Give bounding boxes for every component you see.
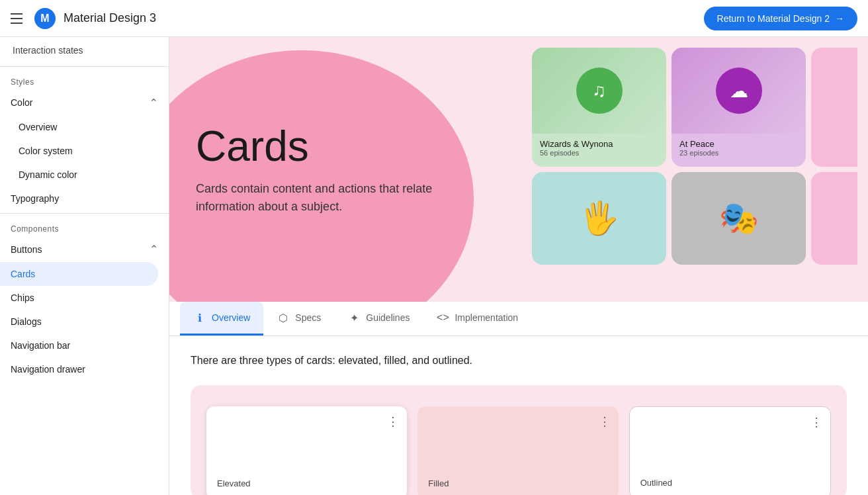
hero-card-1-label: Wizards & Wynona <box>540 139 658 149</box>
sidebar-item-typography[interactable]: Typography <box>0 187 169 210</box>
demo-card-elevated: ⋮ Elevated <box>206 406 407 495</box>
hamburger-menu-icon[interactable] <box>11 11 26 26</box>
sidebar-divider-2 <box>0 213 169 214</box>
chevron-up-icon: ⌄ <box>150 96 158 109</box>
specs-icon: ⬡ <box>277 311 290 324</box>
sidebar-item-navigation-drawer-label: Navigation drawer <box>11 364 85 375</box>
chevron-down-icon: ⌃ <box>150 243 158 255</box>
sidebar-item-navigation-bar-label: Navigation bar <box>11 340 70 351</box>
sidebar-item-chips-label: Chips <box>11 292 34 303</box>
content-body: There are three types of cards: elevated… <box>169 336 868 495</box>
demo-card-filled: ⋮ Filled <box>417 406 618 495</box>
return-button-label: Return to Material Design 2 <box>717 13 830 24</box>
demo-card-elevated-label: Elevated <box>217 439 396 488</box>
tab-guidelines-label: Guidelines <box>366 312 410 323</box>
topbar: M Material Design 3 Return to Material D… <box>0 0 868 37</box>
hero-title: Cards <box>196 123 500 169</box>
tab-specs[interactable]: ⬡ Specs <box>263 302 334 336</box>
tabs-bar: ℹ Overview ⬡ Specs ✦ Guidelines <> Imple… <box>169 302 868 336</box>
card-outlined-menu-icon[interactable]: ⋮ <box>810 415 822 429</box>
demo-card-filled-label: Filled <box>428 439 607 488</box>
sidebar-item-buttons[interactable]: Buttons ⌃ <box>0 236 169 262</box>
hero-card-1-sublabel: 56 episodes <box>540 149 658 157</box>
topbar-right: Return to Material Design 2 → <box>704 7 857 30</box>
sidebar-category-styles: Styles <box>0 69 169 89</box>
cards-demo-area: ⋮ Elevated ⋮ Filled ⋮ Outlined <box>191 385 847 495</box>
sidebar-item-color-label: Color <box>11 97 32 108</box>
sidebar-item-dialogs[interactable]: Dialogs <box>0 310 169 334</box>
sidebar-item-color[interactable]: Color ⌄ <box>0 89 169 115</box>
demo-card-outlined-label: Outlined <box>640 438 820 488</box>
sidebar-item-label: Interaction states <box>13 45 83 56</box>
topbar-title: Material Design 3 <box>64 11 156 25</box>
hero-card-3: 🖐 <box>532 172 666 265</box>
sidebar-divider-1 <box>0 66 169 67</box>
sidebar-item-chips[interactable]: Chips <box>0 286 169 310</box>
hero-card-2-label: At Peace <box>679 139 798 149</box>
return-arrow-icon: → <box>835 13 844 24</box>
tab-implementation-label: Implementation <box>455 312 518 323</box>
sidebar-category-components: Components <box>0 216 169 236</box>
implementation-icon: <> <box>436 311 449 324</box>
tab-overview-label: Overview <box>212 312 250 323</box>
guidelines-icon: ✦ <box>347 311 361 324</box>
card-filled-menu-icon[interactable]: ⋮ <box>599 414 611 429</box>
tab-specs-label: Specs <box>295 312 321 323</box>
material-logo: M <box>34 8 56 29</box>
sidebar-sub-item-overview[interactable]: Overview <box>0 115 169 139</box>
content-area: Cards Cards contain content and actions … <box>169 37 868 495</box>
topbar-left: M Material Design 3 <box>11 8 156 29</box>
sidebar-item-buttons-label: Buttons <box>11 244 42 255</box>
sidebar-sub-item-dynamic-color[interactable]: Dynamic color <box>0 163 169 187</box>
sidebar: Interaction states Styles Color ⌄ Overvi… <box>0 37 169 495</box>
hero-card-partial-2 <box>811 172 857 265</box>
hero-card-2-sublabel: 23 episodes <box>679 149 798 157</box>
card-elevated-menu-icon[interactable]: ⋮ <box>387 414 399 429</box>
sidebar-sub-item-label: Overview <box>19 122 57 132</box>
hero-right: ♫ Wizards & Wynona 56 episodes ☁ At Peac… <box>527 37 868 302</box>
sidebar-item-cards[interactable]: Cards <box>0 262 158 286</box>
demo-card-outlined: ⋮ Outlined <box>629 406 831 495</box>
hero-card-2: ☁ At Peace 23 episodes <box>672 48 806 167</box>
hero-left: Cards Cards contain content and actions … <box>169 37 527 302</box>
hero-card-4: 🎭 <box>672 172 806 265</box>
sidebar-sub-item-color-system[interactable]: Color system <box>0 139 169 163</box>
sidebar-sub-item-label: Color system <box>19 146 73 156</box>
return-button[interactable]: Return to Material Design 2 → <box>704 7 857 30</box>
sidebar-item-typography-label: Typography <box>11 193 59 204</box>
sidebar-item-cards-label: Cards <box>11 269 35 279</box>
tab-guidelines[interactable]: ✦ Guidelines <box>334 302 423 336</box>
hero-description: Cards contain content and actions that r… <box>196 180 447 216</box>
sidebar-sub-item-label: Dynamic color <box>19 169 77 180</box>
hero-card-partial <box>811 48 857 167</box>
sidebar-item-navigation-bar[interactable]: Navigation bar <box>0 334 169 357</box>
tab-overview[interactable]: ℹ Overview <box>180 302 263 336</box>
sidebar-item-interaction-states[interactable]: Interaction states <box>0 37 169 64</box>
overview-icon: ℹ <box>193 311 206 324</box>
main-layout: Interaction states Styles Color ⌄ Overvi… <box>0 37 868 495</box>
logo-letter: M <box>40 13 49 24</box>
sidebar-item-navigation-drawer[interactable]: Navigation drawer <box>0 357 169 381</box>
sidebar-item-dialogs-label: Dialogs <box>11 316 42 327</box>
content-description: There are three types of cards: elevated… <box>191 352 847 369</box>
hero-section: Cards Cards contain content and actions … <box>169 37 868 302</box>
hero-card-1: ♫ Wizards & Wynona 56 episodes <box>532 48 666 167</box>
tab-implementation[interactable]: <> Implementation <box>423 302 531 336</box>
